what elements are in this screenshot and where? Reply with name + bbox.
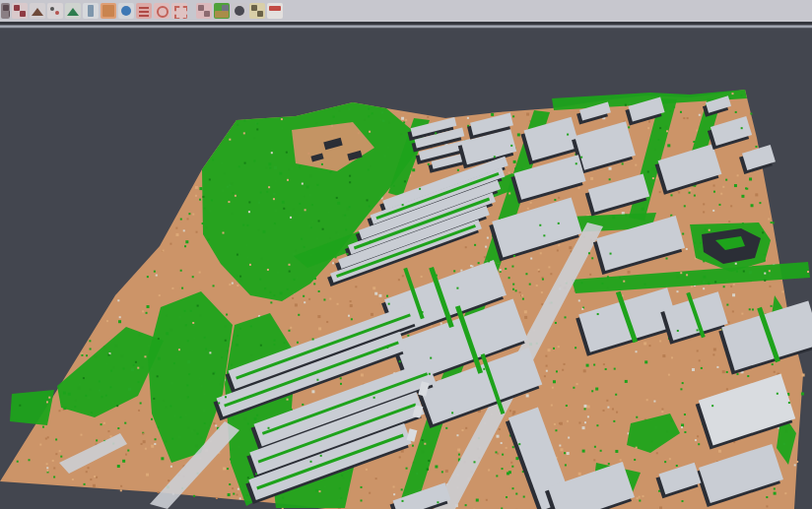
ground-speckle [646,399,648,401]
ground-speckle [333,116,335,118]
ground-speckle [553,380,556,383]
ground-speckle [123,368,125,370]
circle-target-icon[interactable] [154,3,169,19]
ground-speckle [355,286,357,287]
ground-speckle [609,178,611,180]
ground-speckle [264,287,266,289]
viewport-3d[interactable] [0,0,812,509]
application-window [0,0,812,509]
ground-speckle [227,468,229,470]
ground-speckle [162,250,164,252]
ground-speckle [435,132,437,134]
ground-speckle [483,368,485,370]
ground-speckle [457,169,459,171]
ground-speckle [666,258,668,260]
profile-column-icon[interactable] [83,3,99,19]
clipped-edge-icon[interactable] [1,3,10,19]
ground-speckle [801,393,804,396]
pointcloud-scene-canvas[interactable] [0,0,812,509]
ground-square-icon[interactable] [101,3,116,19]
ground-speckle [255,473,257,475]
ground-speckle [117,299,119,301]
ground-speckle [576,383,578,385]
ground-speckle [749,177,752,180]
ground-speckle [701,367,703,369]
ground-speckle [703,287,705,289]
ground-speckle [311,204,313,206]
vegetation-speckle [318,490,320,492]
points-icon-glyph [55,11,59,15]
ground-speckle [622,162,624,164]
ground-speckle [46,467,48,469]
ground-speckle [526,394,529,397]
ground-speckle [774,492,777,495]
measure-tan-icon[interactable] [249,3,265,19]
vegetation-speckle [260,345,262,347]
flag-red-icon[interactable] [267,3,283,19]
vegetation-speckle [769,270,771,272]
classify-checker-icon-glyph [14,5,20,11]
classified-map-icon[interactable] [214,3,230,19]
ground-speckle [686,248,688,250]
ground-speckle [544,375,546,377]
terrain-mountain-icon[interactable] [30,3,45,19]
ground-speckle [727,322,729,324]
ground-speckle [158,491,160,493]
profile-column-icon-glyph [88,5,94,17]
ground-speckle [366,469,368,471]
globe-dark-icon[interactable] [232,3,247,19]
ground-speckle [125,454,127,456]
ground-speckle [659,191,661,193]
ground-speckle [543,234,545,236]
ground-speckle [55,453,57,455]
ground-speckle [120,485,122,487]
ground-speckle [155,438,157,440]
points-icon[interactable] [47,3,63,19]
ground-speckle [546,365,548,367]
ground-speckle [524,316,527,319]
ground-speckle [558,223,560,224]
vegetation-speckle [762,231,764,233]
ground-speckle [541,291,543,293]
ground-speckle [771,305,773,307]
ground-speckle [590,177,593,180]
ground-speckle [59,450,61,452]
vegetation-speckle [764,273,766,275]
classify-checker-icon[interactable] [12,3,28,19]
ground-speckle [226,314,228,316]
ground-speckle [96,439,98,441]
ground-speckle [119,316,121,318]
class-list-icon[interactable] [136,3,152,19]
ground-speckle [495,451,497,453]
ground-speckle [52,460,54,462]
ground-speckle [539,224,541,226]
ground-speckle [553,348,555,350]
ground-speckle [86,354,88,356]
ground-speckle [46,470,48,472]
sphere-blue-icon-glyph [121,6,131,16]
ground-speckle [401,500,403,502]
ground-speckle [398,279,400,281]
ground-speckle [237,488,239,490]
ground-speckle [223,467,226,470]
ground-speckle [682,500,684,502]
selection-brackets-icon[interactable] [171,3,187,19]
ground-speckle [256,414,258,416]
vegetation-speckle [731,93,733,95]
sphere-blue-icon[interactable] [118,3,134,19]
ground-speckle [648,345,650,347]
ground-speckle [616,412,618,414]
ground-speckle [196,231,198,233]
grid-select-icon[interactable] [196,3,212,19]
vegetation-speckle [229,139,231,141]
ground-speckle [583,369,586,372]
vegetation-speckle [228,201,230,203]
ground-speckle [540,252,542,254]
vegetation-hills-icon[interactable] [65,3,81,19]
ground-speckle [730,205,732,207]
vegetation-speckle [302,183,304,185]
vegetation-speckle [209,178,211,180]
ground-speckle [526,113,529,116]
vegetation-speckle [135,361,137,363]
ground-speckle [689,189,691,191]
